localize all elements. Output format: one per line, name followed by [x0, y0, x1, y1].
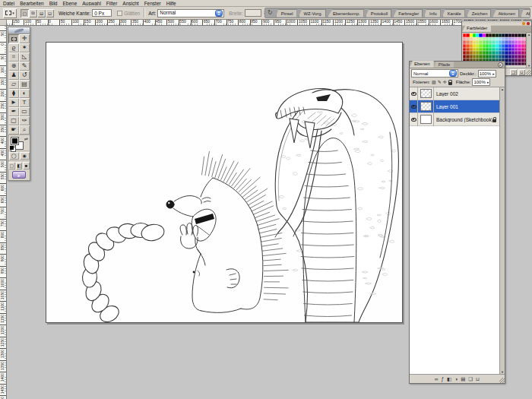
fullscreen-menubar-icon[interactable]: ◧: [16, 162, 23, 169]
lasso-tool[interactable]: ϱ: [8, 43, 19, 52]
clone-stamp-tool[interactable]: ♟: [8, 71, 19, 80]
layer-style-icon[interactable]: ƒ: [441, 375, 444, 383]
well-tab-kanle[interactable]: Kanäle: [442, 9, 465, 17]
well-tab-ebenenkomp[interactable]: Ebenenkomp.: [328, 9, 364, 17]
link-layers-icon[interactable]: ∞: [435, 375, 439, 383]
menu-datei[interactable]: Datei: [3, 0, 14, 7]
brush-tool[interactable]: ✎: [19, 62, 30, 71]
eye-icon[interactable]: [411, 118, 416, 122]
menu-ansicht[interactable]: Ansicht: [122, 0, 138, 7]
dodge-tool[interactable]: ◐: [19, 89, 30, 98]
healing-brush-tool[interactable]: ⊕: [8, 62, 19, 71]
well-tab-wzvorg[interactable]: WZ-Vorg.: [299, 9, 326, 17]
palette-menu-button[interactable]: ▸: [498, 62, 503, 68]
adjustment-layer-icon[interactable]: ◑: [454, 375, 458, 383]
rectangular-marquee-tool[interactable]: [8, 34, 19, 43]
history-brush-tool[interactable]: ↺: [19, 71, 30, 80]
resize-grip[interactable]: [499, 378, 505, 383]
opacity-input[interactable]: 100% ▸: [478, 70, 496, 78]
notes-tool[interactable]: ▢: [8, 116, 19, 125]
quickmask-mode-icon[interactable]: ◉: [20, 152, 30, 160]
move-tool[interactable]: ✛: [19, 34, 30, 43]
crop-tool[interactable]: ⌗: [8, 52, 19, 62]
tab-pfade[interactable]: Pfade: [434, 62, 454, 68]
toolbar-header[interactable]: [8, 27, 30, 34]
well-tab-aktionen[interactable]: Aktionen: [492, 9, 519, 17]
default-colors-icon[interactable]: [10, 146, 14, 150]
menu-ebene[interactable]: Ebene: [62, 0, 77, 7]
intersect-selection-icon[interactable]: ⊡: [46, 9, 54, 17]
tab-farbfelder[interactable]: Farbfelder: [462, 25, 491, 32]
new-layer-set-icon[interactable]: ▤: [461, 375, 465, 383]
lock-transparency-icon[interactable]: ▨: [432, 80, 436, 85]
well-tab-info[interactable]: Info: [424, 9, 441, 17]
horizontal-ruler[interactable]: 1501005005010015020025030035040045050055…: [7, 20, 532, 26]
thumbnail-cell[interactable]: [418, 100, 434, 113]
shape-tool[interactable]: ▭: [19, 107, 30, 116]
blend-mode-select[interactable]: Normal: [411, 69, 458, 78]
new-layer-icon[interactable]: ❏: [468, 375, 473, 383]
layer-row[interactable]: Layer 001: [410, 100, 499, 113]
visibility-cell[interactable]: [410, 87, 418, 100]
lock-all-icon[interactable]: [448, 82, 452, 85]
style-select[interactable]: Normal: [157, 9, 224, 17]
stepper-icon[interactable]: [449, 70, 457, 77]
magic-wand-tool[interactable]: ✶: [19, 43, 30, 52]
lock-pixels-icon[interactable]: ✎: [438, 80, 442, 85]
hand-tool[interactable]: ☛: [8, 125, 19, 135]
new-selection-icon[interactable]: ▢: [21, 9, 29, 17]
well-tab-pinsel[interactable]: Pinsel: [276, 9, 297, 17]
feather-input[interactable]: 0 Px: [92, 9, 112, 17]
minimize-button[interactable]: [522, 22, 525, 25]
stepper-icon[interactable]: [215, 10, 223, 17]
resize-grip[interactable]: [526, 70, 531, 75]
new-swatch-icon[interactable]: ❏: [510, 69, 517, 75]
layer-row[interactable]: Background (Sketchbook): [410, 113, 499, 126]
well-tab-protokoll[interactable]: Protokoll: [366, 9, 392, 17]
fill-input[interactable]: 100% ▸: [472, 78, 490, 86]
fullscreen-icon[interactable]: ■: [23, 162, 30, 169]
current-tool-preview[interactable]: ▾: [3, 8, 17, 18]
standard-screen-icon[interactable]: ▢: [8, 162, 15, 169]
blur-tool[interactable]: ⧫: [8, 89, 19, 98]
palette-well-icon[interactable]: ↻: [268, 9, 273, 17]
standard-mode-icon[interactable]: ◯: [9, 152, 19, 160]
tab-ebenen[interactable]: Ebenen: [410, 61, 434, 68]
swap-colors-icon[interactable]: ⇄: [24, 136, 28, 141]
thumbnail-cell[interactable]: [418, 113, 434, 126]
eyedropper-tool[interactable]: ✑: [19, 116, 30, 125]
layers-scrollbar[interactable]: ▲▼: [499, 87, 505, 374]
antialias-checkbox[interactable]: [117, 11, 122, 16]
lock-position-icon[interactable]: ✛: [443, 80, 447, 85]
eye-icon[interactable]: [411, 105, 416, 109]
layer-row[interactable]: Layer 002: [410, 87, 499, 100]
swatches-scrollbar[interactable]: ▲▼: [526, 33, 531, 68]
well-tab-absatz[interactable]: Absatz: [521, 9, 530, 17]
eye-icon[interactable]: [411, 92, 416, 96]
add-selection-icon[interactable]: ⧉: [29, 9, 37, 17]
menu-fenster[interactable]: Fenster: [144, 0, 161, 7]
imageready-button[interactable]: ▸: [12, 171, 26, 179]
menu-hilfe[interactable]: Hilfe: [166, 0, 176, 7]
foreground-color-well[interactable]: [11, 138, 18, 144]
delete-swatch-icon[interactable]: ⊔: [518, 69, 525, 75]
delete-layer-icon[interactable]: ⊔: [476, 375, 480, 383]
type-tool[interactable]: T: [19, 98, 30, 107]
path-selection-tool[interactable]: ►: [8, 98, 19, 107]
slice-tool[interactable]: ◺: [19, 52, 30, 62]
thumbnail-cell[interactable]: [418, 87, 434, 100]
subtract-selection-icon[interactable]: ⊟: [37, 9, 46, 17]
visibility-cell[interactable]: [410, 113, 418, 126]
zoom-tool[interactable]: ⌕: [19, 125, 30, 135]
width-input[interactable]: [245, 9, 261, 17]
menu-bearbeiten[interactable]: Bearbeiten: [20, 0, 43, 7]
eraser-tool[interactable]: ▱: [8, 80, 19, 89]
pen-tool[interactable]: ✒: [8, 107, 19, 116]
visibility-cell[interactable]: [410, 100, 418, 113]
menu-auswahl[interactable]: Auswahl: [82, 0, 101, 7]
vertical-ruler[interactable]: 5005010015020025030035040045050055060065…: [0, 26, 7, 399]
menu-filter[interactable]: Filter: [106, 0, 117, 7]
close-button[interactable]: [527, 22, 530, 25]
gradient-tool[interactable]: ▤: [19, 80, 30, 89]
well-tab-zeichen[interactable]: Zeichen: [467, 9, 492, 17]
